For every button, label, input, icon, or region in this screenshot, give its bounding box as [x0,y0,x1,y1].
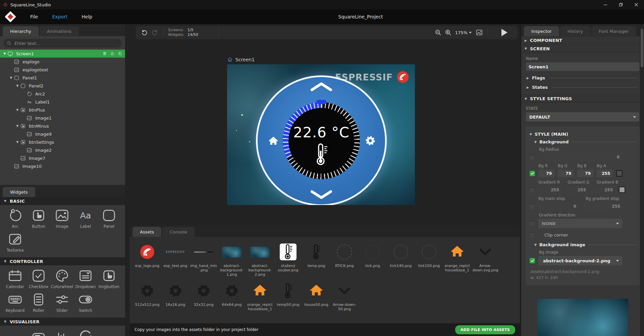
home-button[interactable] [268,135,279,146]
state-dropdown[interactable]: DEFAULT [526,112,639,122]
tree-caret[interactable]: ▼ [2,52,7,55]
asset-item[interactable]: abstract-background-2.png [246,242,274,277]
widget-image[interactable]: Image [50,208,74,229]
bg-image-checkbox[interactable] [530,258,535,263]
tree-node-esplogotext[interactable]: esplogotext [0,66,125,74]
redo-button[interactable] [151,29,158,36]
asset-item[interactable]: temp50.png [274,280,302,311]
widget-roller[interactable]: Roller [27,292,50,313]
asset-item[interactable]: esp_logo.png [133,242,161,277]
gradient-direction-dropdown[interactable]: NONE [538,219,622,228]
asset-item[interactable]: house50.png [302,280,330,311]
asset-item[interactable]: 32x32.png [190,280,218,311]
widget-checkbox[interactable]: Checkbox [27,268,50,289]
screen-section-header[interactable]: ▼SCREEN [521,45,644,53]
asset-item[interactable]: 64x64.png [218,280,246,311]
asset-item[interactable]: orange_repict housebase_1 [443,242,471,277]
play-button[interactable] [501,29,507,36]
decrease-button[interactable] [309,190,333,200]
widget-switch[interactable]: Switch [74,292,97,313]
tree-node-Arc2[interactable]: Arc2 [0,90,125,98]
menu-file[interactable]: File [30,14,38,19]
widget-keyboard[interactable]: Keyboard [3,292,27,313]
tree-node-Screen1[interactable]: ▼Screen1 [0,50,125,58]
tab-inspector[interactable]: Inspector [524,26,559,36]
style-main-header[interactable]: ▼STYLE (MAIN) [530,132,636,137]
search-input[interactable] [14,41,118,46]
widget-spinner[interactable] [74,328,97,336]
flags-collapsible[interactable]: ▶Flags [527,75,639,80]
screen-name-field[interactable] [526,62,639,71]
asset-item[interactable]: tick150.png [415,242,443,277]
bg-main-stop-field[interactable]: 0 [538,202,579,210]
tree-node-Label1[interactable]: AaLabel1 [0,98,125,106]
undo-button[interactable] [141,29,148,36]
tree-node-esplogo[interactable]: esplogo [0,58,125,66]
widget-dropdown[interactable]: Dropdown [74,268,97,289]
lock-icon[interactable] [110,51,115,56]
bg-g-field[interactable]: 79 [558,170,574,177]
tab-font-manager[interactable]: Font Manager [591,26,636,36]
minimize-button[interactable] [598,0,613,9]
gradient-b-field[interactable]: 255 [592,186,615,194]
section-header-basic[interactable]: ▼BASIC [0,197,125,205]
asset-item[interactable]: abstract-background-1.png [218,242,246,277]
add-file-into-assets-button[interactable]: ADD FILE INTO ASSETS [455,325,515,334]
widget-arc[interactable]: Arc [3,208,27,229]
asset-item[interactable]: 16x16.png [161,280,190,311]
asset-item[interactable]: Arrow-down.svg.png [471,242,499,277]
widget-imgbutton[interactable]: Imgbutton [97,268,121,289]
widget-bar[interactable] [27,328,50,336]
inspector-scrollbar[interactable] [640,24,644,336]
tab-animations[interactable]: Animations [40,26,79,36]
gradient-r-field[interactable]: 255 [538,186,562,194]
widget-slider[interactable]: Slider [50,292,74,313]
asset-item[interactable]: img_hand_min.png [190,242,218,277]
gradient-color-checkbox[interactable] [530,187,535,193]
tree-node-Panel2[interactable]: ▼Panel2 [0,82,125,90]
tab-hierarchy[interactable]: Hierarchy [3,26,39,36]
bg-image-dropdown[interactable]: abstract-background-2.png [538,256,622,265]
restore-button[interactable] [613,0,629,9]
zoom-dropdown-icon[interactable] [469,32,472,33]
asset-item[interactable]: temp.png [302,242,330,277]
asset-item[interactable]: ESPRESSIFesp_text.png [161,242,190,277]
bg-radius-field[interactable]: 0 [538,153,622,161]
menu-export[interactable]: Export [52,14,67,19]
asset-item[interactable]: tick.png [359,242,387,277]
widget-button[interactable]: Button [27,208,50,229]
increase-button[interactable] [309,82,333,92]
close-button[interactable] [629,0,644,9]
section-header-visualiser[interactable]: ▼VISUALISER [0,318,125,326]
tree-node-Panel1[interactable]: ▼Panel1 [0,74,125,82]
bg-gradient-stop-field[interactable]: 255 [582,202,623,210]
hierarchy-search[interactable] [3,39,122,48]
bg-radius-checkbox[interactable] [530,154,535,160]
bg-b-field[interactable]: 79 [577,170,593,177]
tab-widgets[interactable]: Widgets [3,187,35,197]
tree-caret[interactable]: ▼ [8,76,14,79]
background-subheader[interactable]: ▼Background [534,139,636,144]
component-section-header[interactable]: ▶COMPONENT [521,36,644,45]
menu-help[interactable]: Help [82,14,92,19]
tree-caret[interactable]: ▼ [15,124,20,128]
gradient-direction-checkbox[interactable] [530,221,535,226]
tab-assets[interactable]: Assets [132,227,161,237]
tree-node-Image1[interactable]: Image1 [0,114,125,122]
style-settings-header[interactable]: ▼STYLE SETTINGS [521,94,644,103]
design-canvas[interactable]: ESPRESSIF [227,64,415,205]
thermostat-dial[interactable]: 22.6 °C [256,75,387,205]
tree-caret[interactable]: ▼ [15,84,20,87]
clip-corner-checkbox[interactable] [530,232,535,238]
bg-r-field[interactable]: 79 [538,170,554,177]
tree-caret[interactable]: ▼ [15,108,20,112]
tree-node-btnMinus[interactable]: ▼btnMinus [0,122,125,130]
zoom-level[interactable]: 175% [455,30,468,35]
zoom-in-icon[interactable] [444,29,452,36]
widget-calendar[interactable]: Calendar [3,268,27,289]
tree-caret[interactable]: ▼ [15,140,20,144]
stops-checkbox[interactable] [530,204,535,209]
states-collapsible[interactable]: ▶States [527,85,639,90]
tree-node-Image9[interactable]: Image9 [0,130,125,138]
widget-chart[interactable] [50,328,74,336]
